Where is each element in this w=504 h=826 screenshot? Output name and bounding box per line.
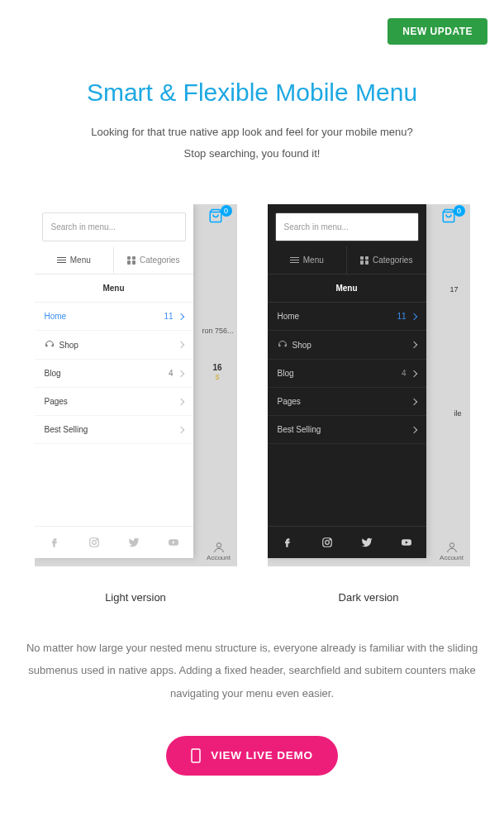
headset-icon	[45, 340, 55, 350]
svg-point-6	[325, 541, 329, 545]
cart-count: 0	[221, 205, 232, 217]
bg-product-count: 16s	[212, 363, 221, 381]
bg-text: 17	[449, 285, 458, 294]
description-text: No matter how large your nested menu str…	[25, 637, 479, 704]
menu-item-pages[interactable]: Pages	[35, 388, 193, 416]
instagram-icon[interactable]	[321, 537, 333, 548]
youtube-icon[interactable]	[168, 537, 179, 548]
search-input[interactable]: Search in menu...	[275, 212, 419, 241]
cart-count: 0	[454, 205, 465, 217]
menu-item-pages[interactable]: Pages	[268, 388, 426, 416]
dark-preview: 0 17 ile Account Search in menu... Menu …	[268, 204, 470, 566]
cart-button[interactable]: 0	[440, 208, 465, 223]
menu-item-blog[interactable]: Blog4	[268, 360, 426, 388]
svg-rect-8	[192, 749, 200, 762]
cart-button[interactable]: 0	[207, 208, 232, 223]
chevron-right-icon	[410, 341, 416, 348]
chevron-right-icon	[177, 341, 183, 348]
social-row	[268, 526, 426, 558]
svg-point-4	[449, 542, 454, 547]
svg-point-7	[329, 539, 330, 540]
chevron-right-icon	[410, 313, 416, 319]
sidebar-light: Search in menu... Menu Categories Menu H…	[35, 204, 193, 558]
bg-text: ile	[454, 409, 461, 418]
hamburger-icon	[57, 257, 66, 264]
menu-item-shop[interactable]: Shop	[268, 331, 426, 360]
chevron-right-icon	[177, 398, 183, 404]
light-preview: 0 ron 756... 16s Account Search in menu.…	[35, 204, 237, 566]
view-demo-button[interactable]: VIEW LIVE DEMO	[166, 736, 338, 776]
social-row	[35, 526, 193, 558]
menu-item-shop[interactable]: Shop	[35, 331, 193, 360]
account-button[interactable]: Account	[434, 535, 470, 566]
youtube-icon[interactable]	[401, 537, 412, 548]
grid-icon	[127, 256, 136, 265]
svg-point-0	[216, 542, 221, 547]
page-title: Smart & Flexible Mobile Menu	[25, 79, 479, 107]
chevron-right-icon	[177, 426, 183, 432]
menu-item-home[interactable]: Home11	[268, 303, 426, 331]
menu-item-bestselling[interactable]: Best Selling	[35, 416, 193, 444]
account-icon	[445, 541, 459, 554]
menu-item-bestselling[interactable]: Best Selling	[268, 416, 426, 444]
hamburger-icon	[290, 257, 299, 264]
menu-header: Menu	[35, 275, 193, 303]
menu-item-blog[interactable]: Blog4	[35, 360, 193, 388]
sidebar-dark: Search in menu... Menu Categories Menu H…	[268, 204, 426, 558]
menu-header: Menu	[268, 275, 426, 303]
headset-icon	[278, 340, 288, 350]
light-label: Light version	[105, 591, 166, 604]
chevron-right-icon	[177, 370, 183, 376]
facebook-icon[interactable]	[282, 537, 293, 548]
grid-icon	[360, 256, 368, 265]
tab-menu[interactable]: Menu	[35, 246, 115, 274]
page-subtitle: Looking for that true native app look an…	[25, 122, 479, 165]
svg-point-2	[92, 541, 96, 545]
svg-point-3	[96, 539, 97, 540]
facebook-icon[interactable]	[49, 537, 60, 548]
instagram-icon[interactable]	[88, 537, 100, 548]
twitter-icon[interactable]	[128, 537, 140, 548]
account-button[interactable]: Account	[201, 535, 237, 566]
tab-menu[interactable]: Menu	[268, 246, 348, 274]
tab-categories[interactable]: Categories	[347, 246, 426, 274]
chevron-right-icon	[177, 313, 183, 319]
account-icon	[212, 541, 226, 554]
chevron-right-icon	[410, 398, 416, 404]
search-input[interactable]: Search in menu...	[42, 212, 186, 241]
twitter-icon[interactable]	[361, 537, 373, 548]
chevron-right-icon	[410, 426, 416, 432]
tab-categories[interactable]: Categories	[114, 246, 193, 274]
preview-row: 0 ron 756... 16s Account Search in menu.…	[25, 204, 479, 604]
dark-label: Dark version	[339, 591, 399, 604]
update-badge: NEW UPDATE	[388, 18, 487, 45]
phone-icon	[191, 748, 201, 763]
menu-item-home[interactable]: Home11	[35, 303, 193, 331]
bg-product-text: ron 756...	[202, 327, 233, 335]
chevron-right-icon	[410, 370, 416, 376]
